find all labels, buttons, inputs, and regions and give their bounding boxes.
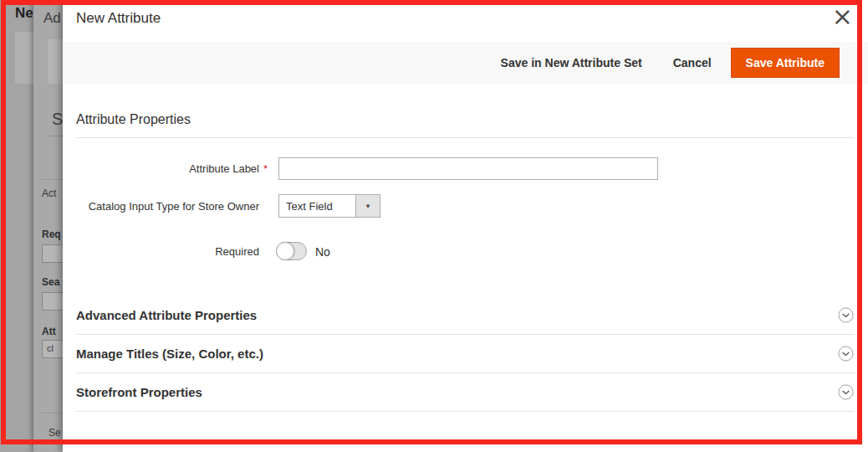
background-page-title: Ne: [15, 5, 33, 22]
required-asterisk: *: [263, 162, 268, 175]
cancel-button[interactable]: Cancel: [673, 56, 712, 69]
section-advanced-attribute-properties[interactable]: Advanced Attribute Properties: [63, 296, 868, 335]
required-toggle-state: No: [315, 245, 330, 259]
modal-toolbar: Save in New Attribute Set Cancel Save At…: [63, 42, 868, 84]
chevron-down-circle-icon[interactable]: [838, 307, 854, 323]
attribute-label-input[interactable]: [278, 157, 658, 180]
background-filter-label: Req: [42, 229, 61, 240]
attribute-properties-heading: Attribute Properties: [76, 112, 191, 127]
background-actions-label: Act: [42, 187, 56, 199]
section-title: Manage Titles (Size, Color, etc.): [76, 347, 263, 361]
chevron-down-circle-icon[interactable]: [838, 384, 854, 400]
input-type-selected-value: Text Field: [278, 194, 356, 218]
background-footer-text: Se: [49, 427, 61, 439]
new-attribute-modal: New Attribute × Save in New Attribute Se…: [63, 0, 868, 452]
input-type-select[interactable]: Text Field ▾: [278, 194, 380, 218]
divider: [76, 411, 855, 412]
modal-title: New Attribute: [76, 10, 161, 27]
chevron-down-circle-icon[interactable]: [838, 346, 854, 362]
dropdown-arrow-icon[interactable]: ▾: [356, 194, 380, 218]
required-label: Required: [76, 245, 259, 258]
section-title: Storefront Properties: [76, 385, 202, 399]
section-storefront-properties[interactable]: Storefront Properties: [63, 373, 868, 412]
attribute-label-label: Attribute Label: [76, 162, 259, 175]
section-manage-titles[interactable]: Manage Titles (Size, Color, etc.): [63, 335, 868, 373]
required-toggle[interactable]: [276, 242, 307, 260]
background-filter-label: Sea: [42, 276, 59, 288]
save-in-new-attribute-set-button[interactable]: Save in New Attribute Set: [501, 56, 642, 69]
background-panel-heading: S: [52, 110, 63, 129]
section-title: Advanced Attribute Properties: [76, 308, 257, 322]
background-filter-select-value: cl: [47, 343, 54, 353]
toggle-knob: [276, 242, 294, 260]
divider: [76, 137, 855, 138]
background-panel-title: Ad: [43, 10, 61, 27]
background-filter-label: Att: [42, 326, 56, 337]
save-attribute-button[interactable]: Save Attribute: [731, 48, 840, 78]
screenshot-stage: Ne Ad S Act Req Sea Att cl Se New Attrib…: [0, 0, 868, 452]
input-type-label: Catalog Input Type for Store Owner: [76, 200, 259, 213]
close-icon[interactable]: ×: [832, 0, 853, 33]
